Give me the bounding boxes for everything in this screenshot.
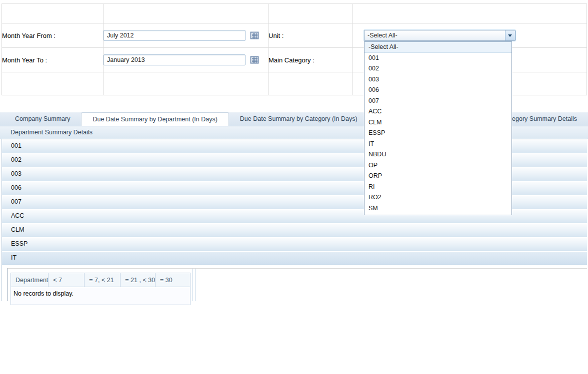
month-year-from-label: Month Year From : (2, 23, 104, 48)
column-header-department[interactable]: Department (11, 273, 48, 287)
tab-department-summary-details[interactable]: Department Summary Details (10, 126, 92, 139)
month-year-to-label: Month Year To : (2, 48, 104, 72)
form-cell-empty (352, 4, 587, 23)
calendar-icon[interactable] (250, 55, 259, 64)
dropdown-option[interactable]: RI (364, 182, 512, 193)
tab-due-date-summary-by-department[interactable]: Due Date Summary by Department (In Days) (81, 112, 228, 126)
dropdown-option[interactable]: IT (364, 139, 512, 150)
department-grid-wrapper: Department < 7 = 7, < 21 = 21 , < 30 = 3… (7, 268, 587, 301)
grid-scrollbar[interactable] (192, 269, 196, 301)
dropdown-option[interactable]: OP (364, 160, 512, 171)
dropdown-option[interactable]: SM (364, 203, 512, 214)
unit-combobox[interactable]: -Select All- -Select All- 001 002 003 00… (364, 30, 516, 41)
dropdown-option[interactable]: ORP (364, 171, 512, 182)
dropdown-option[interactable]: ESSP (364, 128, 512, 139)
month-year-to-input[interactable] (104, 54, 246, 65)
dropdown-option[interactable]: ACC (364, 106, 512, 117)
dropdown-option[interactable]: 007 (364, 96, 512, 107)
accordion-item-essp[interactable]: ESSP (2, 237, 587, 251)
column-header-7-21[interactable]: = 7, < 21 (84, 273, 120, 287)
dropdown-option[interactable]: 003 (364, 74, 512, 85)
dropdown-option[interactable]: 001 (364, 53, 512, 64)
department-grid: Department < 7 = 7, < 21 = 21 , < 30 = 3… (10, 273, 190, 305)
main-category-label: Main Category : (268, 48, 352, 72)
column-header-lt7[interactable]: < 7 (48, 273, 84, 287)
dropdown-option[interactable]: 002 (364, 63, 512, 74)
unit-label: Unit : (268, 23, 352, 48)
form-cell-empty (104, 72, 268, 95)
tab-due-date-summary-by-category[interactable]: Due Date Summary by Category (In Days) (229, 112, 368, 126)
unit-combobox-value: -Select All- (368, 32, 398, 39)
accordion-content-panel: Department < 7 = 7, < 21 = 21 , < 30 = 3… (2, 265, 587, 301)
dropdown-option[interactable]: RO2 (364, 192, 512, 203)
filter-form: Month Year From : Unit : -Select All- -S… (2, 3, 587, 95)
column-header-30[interactable]: = 30 (156, 273, 190, 287)
form-cell-empty (2, 72, 104, 95)
no-records-message: No records to display. (11, 287, 190, 305)
dropdown-option[interactable]: 006 (364, 85, 512, 96)
month-year-from-input[interactable] (104, 30, 246, 41)
form-cell-empty (268, 72, 352, 95)
tab-company-summary[interactable]: Company Summary (4, 112, 81, 126)
form-cell-empty (268, 4, 352, 23)
form-cell-empty (2, 4, 104, 23)
accordion-item-clm[interactable]: CLM (2, 223, 587, 237)
calendar-icon[interactable] (250, 31, 259, 40)
dropdown-option[interactable]: NBDU (364, 149, 512, 160)
dropdown-option[interactable]: CLM (364, 117, 512, 128)
column-header-21-30[interactable]: = 21 , < 30 (120, 273, 156, 287)
accordion-item-it[interactable]: IT (2, 251, 587, 265)
unit-dropdown-list: -Select All- 001 002 003 006 007 ACC CLM… (364, 41, 512, 215)
form-cell-empty (104, 4, 268, 23)
dropdown-option[interactable]: -Select All- (364, 42, 512, 53)
chevron-down-icon[interactable] (505, 30, 515, 40)
